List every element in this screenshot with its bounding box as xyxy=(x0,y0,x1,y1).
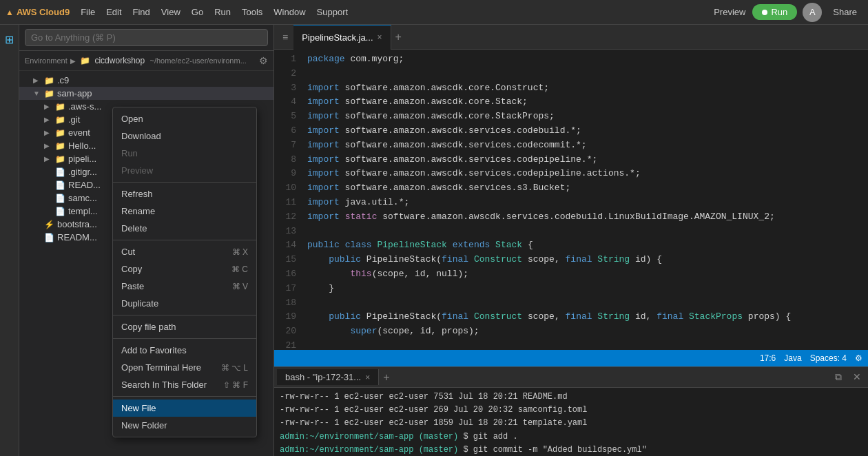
chevron-right-icon: ▶ xyxy=(44,155,52,163)
ctx-sep4 xyxy=(113,338,256,339)
file-template-icon: 📄 xyxy=(55,207,65,216)
tree-header: Environment ▶ 📁 cicdworkshop ~/home/ec2-… xyxy=(19,51,273,71)
ctx-paste[interactable]: Paste ⌘ V xyxy=(113,278,256,295)
cursor-position: 17:6 xyxy=(760,353,776,363)
tree-item-label: .c9 xyxy=(57,75,69,85)
ctx-sep5 xyxy=(113,396,256,397)
ctx-sep3 xyxy=(113,315,256,315)
terminal-tabs: bash - "ip-172-31... × + ⧉ ✕ xyxy=(274,367,868,388)
code-content[interactable]: package com.myorg; import software.amazo… xyxy=(302,52,868,347)
main-layout: ⊞ Environment ▶ 📁 cicdworkshop ~/home/ec… xyxy=(0,25,868,456)
run-button[interactable]: Run xyxy=(752,4,797,20)
ctx-copy[interactable]: Copy ⌘ C xyxy=(113,260,256,278)
ctx-open-terminal[interactable]: Open Terminal Here ⌘ ⌥ L xyxy=(113,359,256,376)
terminal-line: -rw-rw-r-- 1 ec2-user ec2-user 1859 Jul … xyxy=(280,417,862,430)
avatar[interactable]: A xyxy=(803,3,822,22)
ctx-delete[interactable]: Delete xyxy=(113,220,256,237)
file-bootstrap-icon: ⚡ xyxy=(44,220,54,229)
tree-item-label: READ... xyxy=(68,180,101,190)
status-right: 17:6 Java Spaces: 4 ⚙ xyxy=(760,353,862,363)
tree-item-label: templ... xyxy=(68,206,98,216)
environment-icon[interactable]: ⊞ xyxy=(2,30,17,49)
tree-item-label: event xyxy=(68,127,90,138)
menu-file[interactable]: File xyxy=(75,4,101,20)
ctx-preview: Preview xyxy=(113,162,256,179)
menu-go[interactable]: Go xyxy=(186,4,209,20)
menu-window[interactable]: Window xyxy=(268,4,311,20)
aws-cloud9-logo: ▲ AWS Cloud9 xyxy=(6,7,70,17)
language-label: Java xyxy=(784,353,801,363)
app-title: AWS Cloud9 xyxy=(17,7,70,17)
settings-gear-icon[interactable]: ⚙ xyxy=(855,353,862,363)
settings-icon[interactable]: ⚙ xyxy=(259,55,268,66)
search-bar xyxy=(19,25,273,51)
menu-run[interactable]: Run xyxy=(209,4,236,20)
terminal-close-icon[interactable]: ✕ xyxy=(849,370,865,384)
menu-edit[interactable]: Edit xyxy=(101,4,127,20)
terminal-line: -rw-rw-r-- 1 ec2-user ec2-user 7531 Jul … xyxy=(280,391,862,404)
ctx-open[interactable]: Open xyxy=(113,110,256,127)
root-name: cicdworkshop xyxy=(94,56,145,65)
run-label: Run xyxy=(771,7,787,17)
ctx-search-in-folder[interactable]: Search In This Folder ⇧ ⌘ F xyxy=(113,376,256,393)
tree-item-label: pipeli... xyxy=(68,154,96,164)
chevron-right-icon: ▶ xyxy=(44,129,52,136)
folder-hello-icon: 📁 xyxy=(55,141,65,151)
menu-support[interactable]: Support xyxy=(311,4,354,20)
chevron-down-sam-icon: ▼ xyxy=(33,90,41,97)
terminal-line: admin:~/environment/sam-app (master) $ g… xyxy=(280,444,862,456)
share-button[interactable]: Share xyxy=(827,4,862,20)
ctx-add-to-favorites[interactable]: Add to Favorites xyxy=(113,342,256,359)
ctx-refresh[interactable]: Refresh xyxy=(113,185,256,203)
tab-label: PipelineStack.ja... xyxy=(302,32,373,43)
ctx-sep1 xyxy=(113,182,256,183)
menu-view[interactable]: View xyxy=(156,4,186,20)
folder-c9-icon: 📁 xyxy=(44,76,54,85)
aws-triangle-icon: ▲ xyxy=(6,8,14,17)
ctx-rename[interactable]: Rename xyxy=(113,203,256,220)
tab-close-icon[interactable]: × xyxy=(378,32,382,42)
code-editor[interactable]: 12345 678910 1112131415 1617181920 21222… xyxy=(274,50,868,350)
folder-git-icon: 📁 xyxy=(55,115,65,125)
tree-item-label: .gitigr... xyxy=(68,167,97,177)
tree-item-c9[interactable]: ▶ 📁 .c9 xyxy=(19,74,273,87)
folder-event-icon: 📁 xyxy=(55,128,65,138)
terminal-add-button[interactable]: + xyxy=(379,371,393,384)
terminal-content[interactable]: -rw-rw-r-- 1 ec2-user ec2-user 7531 Jul … xyxy=(274,388,868,456)
terminal-restore-icon[interactable]: ⧉ xyxy=(831,370,846,384)
tree-item-label: Hello... xyxy=(68,141,96,151)
ctx-download[interactable]: Download xyxy=(113,127,256,145)
ctx-cut[interactable]: Cut ⌘ X xyxy=(113,243,256,260)
terminal-tab-close-icon[interactable]: × xyxy=(365,373,370,382)
tab-list-button[interactable]: ≡ xyxy=(277,29,293,45)
line-numbers: 12345 678910 1112131415 1617181920 21222… xyxy=(274,52,302,347)
menu-tools[interactable]: Tools xyxy=(236,4,268,20)
menu-find[interactable]: Find xyxy=(127,4,156,20)
ctx-duplicate[interactable]: Duplicate xyxy=(113,295,256,312)
tree-item-label: .git xyxy=(68,114,80,125)
spaces-label: Spaces: 4 xyxy=(810,353,847,363)
editor-area: ≡ PipelineStack.ja... × + 12345 678910 1… xyxy=(274,25,868,456)
tree-root-label: ▶ 📁 cicdworkshop ~/home/ec2-user/environ… xyxy=(70,56,256,65)
tab-add-button[interactable]: + xyxy=(391,31,406,43)
terminal-controls: ⧉ ✕ xyxy=(831,370,865,384)
chevron-right-icon: ▶ xyxy=(33,76,41,84)
file-samconfig-icon: 📄 xyxy=(55,194,65,203)
tree-item-label: READM... xyxy=(57,232,97,242)
tree-item-sam-app[interactable]: ▼ 📁 sam-app xyxy=(19,87,273,100)
run-dot-icon xyxy=(762,10,767,15)
terminal-tab-bash[interactable]: bash - "ip-172-31... × xyxy=(277,369,379,385)
ctx-new-folder[interactable]: New Folder xyxy=(113,417,256,434)
editor-tab-pipelinestack[interactable]: PipelineStack.ja... × xyxy=(293,25,391,50)
preview-button[interactable]: Preview xyxy=(707,4,752,20)
ctx-copy-file-path[interactable]: Copy file path xyxy=(113,318,256,335)
tree-item-label: sam-app xyxy=(57,88,92,99)
folder-pipeli-icon: 📁 xyxy=(55,154,65,164)
folder-aws-icon: 📁 xyxy=(55,102,65,112)
terminal-tab-label: bash - "ip-172-31... xyxy=(285,372,361,382)
ctx-new-file[interactable]: New File xyxy=(113,400,256,417)
file-gitignore-icon: 📄 xyxy=(55,167,65,177)
search-input[interactable] xyxy=(25,29,268,46)
menubar: ▲ AWS Cloud9 File Edit Find View Go Run … xyxy=(0,0,868,25)
ctx-sep2 xyxy=(113,240,256,240)
